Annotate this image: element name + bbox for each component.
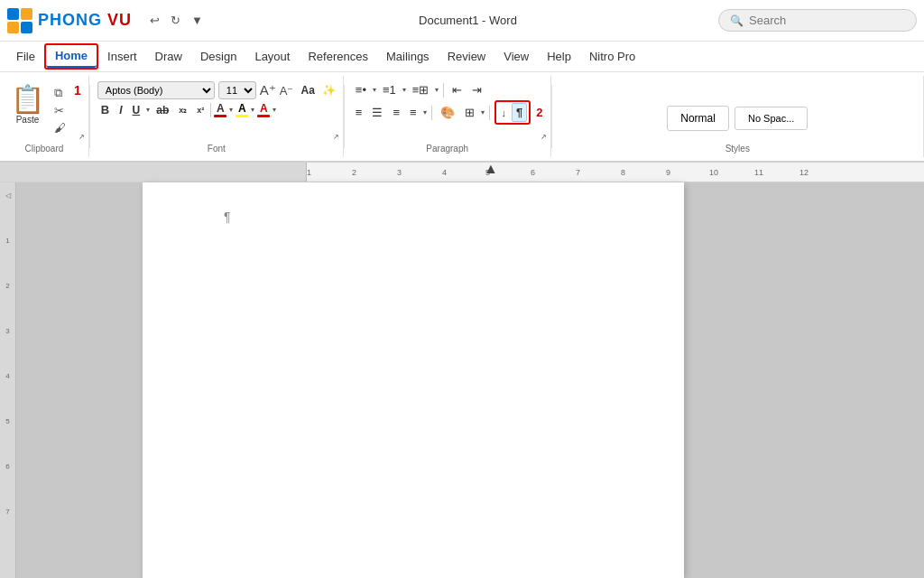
change-case-button[interactable]: Aa (297, 83, 318, 98)
cut-button[interactable]: ✂ (51, 103, 69, 118)
document-title: Document1 - Word (225, 14, 711, 27)
font-color-bar (214, 115, 226, 117)
paragraph-expand-button[interactable]: ↗ (541, 133, 547, 141)
logo-cell-3 (7, 22, 19, 33)
shrink-font-button[interactable]: A⁻ (280, 84, 294, 98)
document-page[interactable]: ¶ (143, 182, 684, 578)
strikethrough-button[interactable]: ab (152, 103, 172, 117)
logo-phong: PHONG (38, 11, 107, 29)
shading-button[interactable]: 🎨 (437, 104, 458, 121)
font-divider (210, 103, 211, 117)
grow-font-button[interactable]: A⁺ (260, 82, 276, 98)
superscript-button[interactable]: x² (193, 105, 208, 116)
underline-button[interactable]: U (129, 103, 144, 117)
font-size-select[interactable]: 11 (218, 81, 256, 99)
multilevel-dropdown[interactable]: ▾ (435, 86, 439, 94)
v-ruler-mark-2: 2 (5, 282, 9, 290)
numbering-dropdown[interactable]: ▾ (402, 86, 406, 94)
align-right-button[interactable]: ≡ (389, 104, 403, 121)
search-box[interactable]: 🔍 (718, 9, 917, 32)
text-effects-button[interactable]: ✨ (322, 84, 336, 97)
subscript-button[interactable]: x₂ (175, 105, 190, 116)
justify-button[interactable]: ≡ (406, 104, 420, 121)
format-painter-button[interactable]: 🖌 (51, 120, 69, 135)
menu-item-layout[interactable]: Layout (245, 46, 299, 67)
ruler-left-margin (0, 163, 307, 182)
highlight-bar (236, 115, 248, 117)
line-spacing-dropdown[interactable]: ▾ (423, 108, 427, 117)
font-row-2: B I U ▾ ab x₂ x² A ▾ A ▾ A (97, 102, 276, 117)
menu-item-design[interactable]: Design (191, 46, 245, 67)
customize-quick-access-button[interactable]: ▼ (188, 12, 207, 29)
font-row-1: Aptos (Body) 11 A⁺ A⁻ Aa ✨ (97, 81, 336, 99)
ruler-mark-2: 2 (352, 168, 356, 177)
ruler-numbers: 1 2 3 4 5 6 7 8 9 10 11 12 ▲ (307, 163, 924, 182)
ruler-mark-7: 7 (576, 168, 580, 177)
font-expand-button[interactable]: ↗ (333, 133, 339, 141)
menu-item-mailings[interactable]: Mailings (377, 46, 439, 67)
sort-button[interactable]: ↓ (498, 106, 511, 120)
quick-access-toolbar: ↩ ↻ ▼ (146, 12, 207, 29)
text-color-button[interactable]: A (257, 102, 270, 117)
menu-item-help[interactable]: Help (538, 46, 580, 67)
para-divider-2 (431, 106, 432, 120)
copy-button[interactable]: ⧉ (51, 85, 69, 101)
ruler-mark-12: 12 (799, 168, 808, 177)
text-color-dropdown[interactable]: ▾ (273, 106, 276, 114)
bullets-dropdown[interactable]: ▾ (373, 86, 376, 94)
decrease-indent-button[interactable]: ⇤ (448, 81, 466, 98)
bold-button[interactable]: B (97, 102, 113, 117)
show-formatting-button[interactable]: ¶ (512, 103, 527, 122)
ruler-mark-9: 9 (666, 168, 670, 177)
clipboard-expand-button[interactable]: ↗ (79, 133, 85, 141)
title-bar: PHONG VU ↩ ↻ ▼ Document1 - Word 🔍 (0, 0, 924, 42)
paragraph-group: ≡• ▾ ≡1 ▾ ≡⊞ ▾ ⇤ ⇥ ≡ ☰ ≡ ≡ ▾ 🎨 ⊞ ▾ (345, 76, 551, 157)
bullets-button[interactable]: ≡• (352, 81, 370, 98)
paragraph-number-badge: 2 (536, 106, 542, 119)
v-ruler-mark-3: 3 (5, 327, 9, 335)
highlight-button[interactable]: A (236, 102, 248, 117)
menu-item-draw[interactable]: Draw (146, 46, 191, 67)
ruler-mark-8: 8 (621, 168, 625, 177)
font-color-dropdown[interactable]: ▾ (229, 106, 233, 114)
v-ruler-mark-4: 4 (5, 372, 9, 380)
clipboard-label: Clipboard (24, 144, 63, 154)
redo-button[interactable]: ↻ (167, 12, 184, 29)
ruler-mark-11: 11 (754, 168, 763, 177)
menu-item-nitro[interactable]: Nitro Pro (580, 46, 644, 67)
font-family-select[interactable]: Aptos (Body) (97, 81, 215, 99)
text-color-bar (257, 115, 270, 117)
font-color-button[interactable]: A (214, 102, 226, 117)
borders-dropdown[interactable]: ▾ (481, 108, 485, 117)
borders-button[interactable]: ⊞ (461, 104, 478, 121)
menu-item-view[interactable]: View (494, 46, 538, 67)
highlight-dropdown[interactable]: ▾ (251, 106, 254, 114)
align-center-button[interactable]: ☰ (368, 104, 386, 121)
menu-item-references[interactable]: References (299, 46, 376, 67)
para-divider-1 (443, 83, 444, 98)
style-no-space-button[interactable]: No Spac... (735, 107, 808, 130)
style-normal-button[interactable]: Normal (667, 106, 729, 131)
menu-item-insert[interactable]: Insert (98, 46, 146, 67)
menu-bar: File Home Insert Draw Design Layout Refe… (0, 42, 924, 72)
align-left-button[interactable]: ≡ (352, 104, 366, 121)
menu-item-home[interactable]: Home (46, 45, 97, 68)
undo-button[interactable]: ↩ (146, 12, 163, 29)
ruler-indent-marker[interactable]: ▲ (484, 163, 498, 177)
underline-dropdown[interactable]: ▾ (146, 106, 150, 114)
numbering-button[interactable]: ≡1 (379, 81, 400, 98)
logo-area: PHONG VU (7, 8, 132, 33)
v-ruler-mark-1: 1 (5, 237, 9, 245)
italic-button[interactable]: I (116, 103, 125, 117)
clipboard-sub-buttons: ⧉ ✂ 🖌 (51, 85, 69, 135)
multilevel-button[interactable]: ≡⊞ (409, 81, 433, 98)
menu-item-review[interactable]: Review (439, 46, 495, 67)
menu-item-file[interactable]: File (7, 46, 44, 67)
logo-cell-4 (21, 22, 32, 33)
vertical-ruler: ◁ 1 2 3 4 5 6 7 (0, 182, 16, 578)
search-input[interactable] (749, 14, 893, 27)
paste-icon: 📋 (11, 83, 44, 115)
logo-vu: VU (107, 11, 132, 29)
increase-indent-button[interactable]: ⇥ (468, 81, 485, 98)
paste-button[interactable]: 📋 Paste (7, 81, 48, 126)
